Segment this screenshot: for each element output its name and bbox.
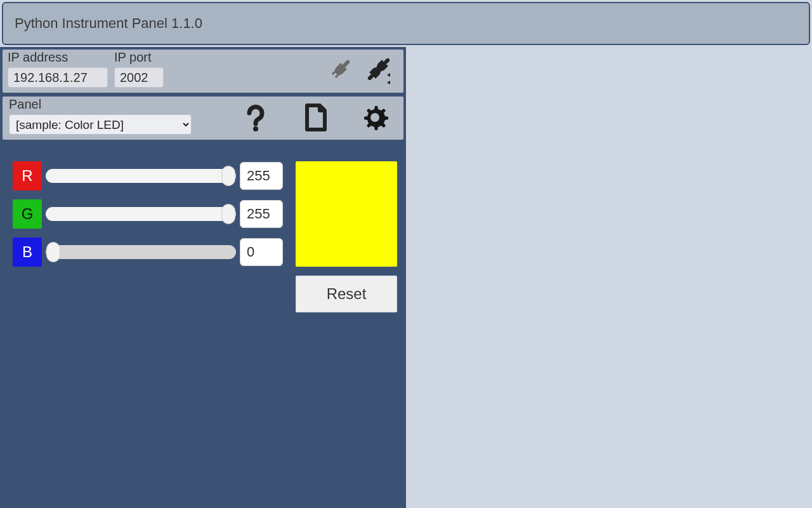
title-bar: Python Instrument Panel 1.1.0: [2, 2, 810, 45]
panel-selector-row: Panel [sample: Color LED]: [1, 95, 405, 141]
ip-input[interactable]: [8, 67, 108, 88]
panel-label: Panel: [9, 97, 192, 112]
channel-chip-b: B: [13, 237, 42, 267]
value-input-r[interactable]: [240, 162, 283, 190]
gear-icon[interactable]: [360, 103, 390, 135]
connection-panel: IP address IP port: [1, 48, 405, 94]
slider-thumb-g[interactable]: [221, 204, 235, 224]
channel-chip-g: G: [13, 199, 42, 229]
panel-body: R G B Reset: [0, 142, 406, 331]
port-input[interactable]: [114, 67, 164, 88]
file-icon[interactable]: [301, 103, 330, 135]
plug-disconnect-icon[interactable]: [363, 53, 395, 88]
value-input-b[interactable]: [240, 238, 283, 266]
panel-select[interactable]: [sample: Color LED]: [9, 114, 192, 135]
slider-row-b: B: [13, 237, 283, 267]
slider-g[interactable]: [46, 207, 236, 221]
ip-field: IP address: [8, 50, 108, 88]
slider-thumb-r[interactable]: [221, 166, 235, 186]
value-input-g[interactable]: [240, 200, 283, 228]
help-icon[interactable]: [241, 103, 270, 135]
slider-thumb-b[interactable]: [46, 242, 60, 262]
app-title: Python Instrument Panel 1.1.0: [15, 15, 202, 32]
color-preview: [296, 161, 397, 267]
channel-chip-r: R: [13, 161, 42, 190]
svg-point-7: [253, 126, 258, 131]
left-column: IP address IP port: [0, 47, 406, 508]
port-field: IP port: [114, 50, 164, 88]
slider-row-g: G: [13, 199, 283, 229]
plug-connect-icon[interactable]: [325, 53, 357, 88]
slider-row-r: R: [13, 161, 283, 190]
reset-button[interactable]: Reset: [296, 276, 397, 312]
slider-r[interactable]: [46, 169, 236, 183]
ip-label: IP address: [8, 50, 108, 65]
svg-point-8: [370, 113, 379, 122]
slider-b[interactable]: [46, 245, 236, 259]
port-label: IP port: [114, 50, 164, 65]
